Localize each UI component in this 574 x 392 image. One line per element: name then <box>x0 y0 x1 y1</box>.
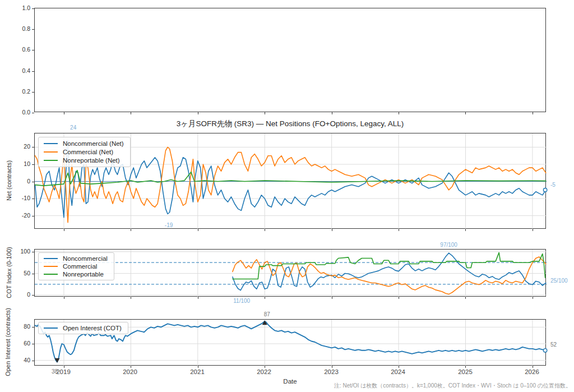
x-tick-mark <box>399 112 399 114</box>
cot-index-plot: Noncommercial Commercial Nonreportable 0… <box>34 249 546 297</box>
legend-label: Open Interest (COT) <box>63 325 122 331</box>
y-tick-label: 80 <box>8 323 30 330</box>
x-tick-mark <box>198 112 198 114</box>
x-tick-mark <box>198 229 198 231</box>
legend-item-noncommercial-net: Noncommercial (Net) <box>44 140 124 147</box>
y-tick-mark <box>32 327 34 328</box>
annotation: 24 <box>70 124 76 131</box>
x-tick-mark <box>64 112 64 114</box>
x-tick-label-2019: 2019 <box>47 368 80 375</box>
annotation: 25/100 <box>550 278 568 284</box>
cot-index-legend: Noncommercial Commercial Nonreportable <box>38 252 114 280</box>
x-tick-mark <box>332 366 332 368</box>
legend-label: Noncommercial (Net) <box>63 140 124 147</box>
x-tick-mark <box>198 366 198 368</box>
annotation: -5 <box>550 182 556 188</box>
legend-line-blue-icon <box>44 328 58 329</box>
annotation: 87 <box>264 311 270 317</box>
legend-line-orange-icon <box>44 151 58 153</box>
legend-item-open-interest: Open Interest (COT) <box>44 325 122 331</box>
y-tick-label: 40 <box>8 357 30 363</box>
x-tick-mark <box>265 112 265 114</box>
x-tick-mark <box>399 297 399 299</box>
legend-line-green-icon <box>44 274 58 275</box>
x-tick-mark <box>533 112 533 114</box>
x-tick-mark <box>533 229 533 231</box>
annotation: -19 <box>165 222 173 228</box>
x-tick-mark <box>64 297 64 299</box>
legend-line-blue-icon <box>44 258 58 259</box>
x-tick-mark <box>265 366 265 368</box>
net-y-axis-label: Net (contracts) <box>6 160 12 201</box>
open-interest-plot: Open Interest (COT) 406080873852 <box>34 319 546 366</box>
y-tick-mark <box>32 147 34 147</box>
legend-item-nonreportable: Nonreportable <box>44 271 108 278</box>
x-tick-mark <box>465 366 466 368</box>
legend-line-green-icon <box>44 160 58 161</box>
y-tick-mark <box>32 361 34 361</box>
x-tick-mark <box>131 112 131 114</box>
y-tick-mark <box>32 252 34 252</box>
x-tick-label-2021: 2021 <box>180 368 214 375</box>
net-positions-legend: Noncommercial (Net) Commercial (Net) Non… <box>38 137 131 167</box>
y-tick-mark <box>32 71 34 72</box>
legend-item-commercial-net: Commercial (Net) <box>44 149 124 155</box>
legend-label: Noncommercial <box>63 255 108 262</box>
y-tick-mark <box>32 295 34 296</box>
x-tick-mark <box>131 229 131 231</box>
cot-index-y-axis-label: COT Index (0-100) <box>6 247 12 298</box>
x-tick-mark <box>64 366 64 368</box>
x-tick-mark <box>131 366 131 368</box>
y-tick-label: 1.0 <box>8 4 30 11</box>
x-tick-mark <box>131 297 131 299</box>
x-tick-mark <box>399 366 399 368</box>
legend-label: Commercial <box>63 263 97 270</box>
x-tick-label-2025: 2025 <box>448 368 482 375</box>
net-positions-plot: Noncommercial (Net) Commercial (Net) Non… <box>34 133 546 229</box>
x-tick-mark <box>332 229 332 231</box>
y-tick-mark <box>32 8 34 9</box>
annotation: 97/100 <box>440 242 457 248</box>
y-tick-mark <box>32 274 34 274</box>
x-tick-label-2024: 2024 <box>381 368 415 375</box>
y-tick-label: 0.6 <box>8 46 30 53</box>
x-tick-label-2022: 2022 <box>247 368 281 375</box>
y-tick-mark <box>32 29 34 30</box>
y-tick-label: 0.2 <box>8 88 30 95</box>
x-tick-mark <box>265 229 265 231</box>
legend-item-noncommercial: Noncommercial <box>44 255 108 262</box>
y-tick-mark <box>32 113 34 113</box>
legend-line-orange-icon <box>44 266 58 267</box>
figure: 0.00.20.40.60.81.0 3ヶ月SOFR先物 (SR3) — Net… <box>0 0 574 392</box>
x-tick-label-2020: 2020 <box>113 368 147 375</box>
annotation: 11/100 <box>233 298 250 304</box>
y-tick-mark <box>32 199 34 199</box>
footnote: 注: Net/OI は枚数（contracts）。k=1,000枚。COT In… <box>334 382 571 390</box>
x-tick-mark <box>265 297 265 299</box>
y-tick-label: 0.0 <box>8 109 30 116</box>
y-tick-label: 0.8 <box>8 25 30 32</box>
x-tick-mark <box>332 112 332 114</box>
y-tick-label: -20 <box>8 212 30 219</box>
legend-label: Nonreportable <box>63 271 104 278</box>
annotation: 52 <box>550 342 557 348</box>
legend-item-commercial: Commercial <box>44 263 108 270</box>
empty-plot: 0.00.20.40.60.81.0 <box>34 8 546 112</box>
y-tick-mark <box>32 216 34 216</box>
legend-item-nonreportable-net: Nonreportable (Net) <box>44 157 124 164</box>
y-tick-mark <box>32 182 34 182</box>
y-tick-mark <box>32 344 34 344</box>
chart-title: 3ヶ月SOFR先物 (SR3) — Net Positions (FO+Opti… <box>34 119 546 129</box>
y-tick-mark <box>32 50 34 50</box>
x-tick-mark <box>533 366 533 368</box>
x-tick-mark <box>465 229 466 231</box>
y-tick-label: 60 <box>8 340 30 347</box>
x-tick-mark <box>533 297 533 299</box>
x-tick-label-2026: 2026 <box>515 368 549 375</box>
legend-label: Commercial (Net) <box>63 149 113 155</box>
legend-label: Nonreportable (Net) <box>63 157 120 164</box>
open-interest-y-axis-label: Open Interest (contracts) <box>4 308 11 376</box>
x-tick-label-2023: 2023 <box>314 368 348 375</box>
open-interest-legend: Open Interest (COT) <box>38 322 128 334</box>
x-tick-mark <box>465 112 466 114</box>
